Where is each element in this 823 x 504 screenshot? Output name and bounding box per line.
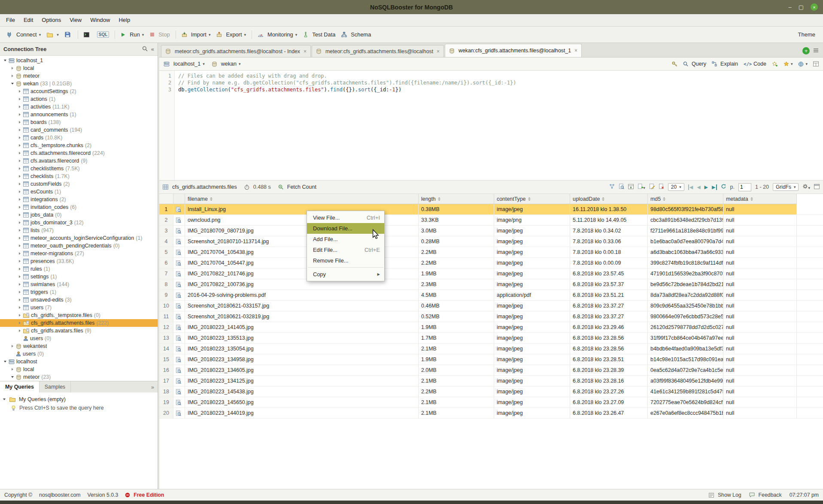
table-row[interactable]: 15IMG_20180223_134958.jpg1.9MBimage/jpeg…: [159, 354, 823, 365]
site-link[interactable]: nosqlbooster.com: [39, 492, 80, 498]
column-header-metadata[interactable]: metadata: [723, 194, 797, 204]
delete-document-button[interactable]: [659, 184, 664, 190]
page-number-input[interactable]: [738, 183, 751, 191]
search-icon[interactable]: [142, 46, 148, 53]
maximize-button[interactable]: ▢: [799, 4, 804, 10]
expand-arrow[interactable]: [17, 135, 22, 140]
expand-arrow[interactable]: [10, 66, 15, 71]
menu-help[interactable]: Help: [114, 14, 134, 26]
table-row[interactable]: 18IMG_20180223_145438.jpg2.2MBimage/jpeg…: [159, 386, 823, 397]
menu-item-download-file[interactable]: Download File...: [307, 223, 384, 234]
tree-item[interactable]: local: [0, 365, 158, 373]
expand-arrow[interactable]: [17, 328, 22, 333]
expand-arrow[interactable]: [17, 274, 22, 279]
shell-button[interactable]: [81, 30, 94, 39]
test-data-button[interactable]: Test Data: [300, 30, 338, 39]
next-page-button[interactable]: ▶: [705, 184, 708, 190]
expand-arrow[interactable]: [10, 81, 15, 86]
expand-arrow[interactable]: [17, 205, 22, 210]
tree-item[interactable]: cfs.avatars.filerecord(9): [0, 157, 158, 165]
tree-item[interactable]: meteor: [0, 72, 158, 80]
save-button[interactable]: [62, 30, 75, 39]
expand-arrow[interactable]: [17, 212, 22, 217]
first-page-button[interactable]: ◀: [688, 184, 693, 190]
tree-item[interactable]: meteor-migrations(27): [0, 250, 158, 257]
menu-item-copy[interactable]: Copy▶: [307, 269, 384, 280]
menu-item-add-file[interactable]: Add File...: [307, 234, 384, 244]
table-row[interactable]: 4Screenshot_20180710-113714.jpg0.28MBima…: [159, 236, 823, 247]
expand-arrow[interactable]: [17, 120, 22, 125]
menu-item-view-file[interactable]: View File...Ctrl+I: [307, 212, 384, 223]
column-header-filename[interactable]: filename: [185, 194, 419, 204]
fetch-count-button[interactable]: Fetch Count: [278, 184, 316, 190]
tree-item[interactable]: local: [0, 64, 158, 72]
tree-item[interactable]: unsaved-edits(3): [0, 296, 158, 304]
tree-item[interactable]: rules(1): [0, 265, 158, 273]
expand-arrow[interactable]: [17, 112, 22, 117]
expand-arrow[interactable]: [17, 313, 22, 318]
close-button[interactable]: ×: [811, 3, 818, 11]
tree-item[interactable]: meteor_oauth_pendingCredentials(0): [0, 242, 158, 250]
menu-file[interactable]: File: [2, 14, 19, 26]
add-tab-button[interactable]: +: [802, 47, 810, 54]
editor-tab[interactable]: wekan:cfs_gridfs.attachments.files@local…: [445, 44, 582, 57]
add-document-button[interactable]: ▾: [638, 184, 645, 190]
collapse-sidebar-icon[interactable]: «: [151, 46, 154, 52]
expand-arrow[interactable]: [17, 290, 22, 295]
tree-item[interactable]: jobs_dominator_3(12): [0, 219, 158, 226]
expand-arrow[interactable]: [17, 197, 22, 202]
expand-arrow[interactable]: [17, 189, 22, 194]
connect-button[interactable]: Connect ▾: [3, 30, 44, 39]
tree-item[interactable]: users(0): [0, 350, 158, 358]
theme-button[interactable]: Theme: [798, 31, 820, 38]
tree-item[interactable]: wekan(33 | 0.21GB): [0, 80, 158, 88]
expand-arrow[interactable]: [17, 151, 22, 156]
table-row[interactable]: 2owncloud.png33.3KBimage/png5.11.2018 kl…: [159, 215, 823, 226]
tree-item[interactable]: cfs.attachments.filerecord(224): [0, 149, 158, 157]
table-row[interactable]: 13IMG_20180223_135513.jpg1.7MBimage/jpeg…: [159, 333, 823, 344]
column-header-contenttype[interactable]: contentType: [494, 194, 570, 204]
tab-list-icon[interactable]: [813, 48, 819, 54]
editor-tab[interactable]: meteor:cfs_gridfs.attachments.files@loca…: [161, 45, 311, 57]
last-page-button[interactable]: ▶: [712, 184, 717, 190]
expand-arrow[interactable]: [10, 367, 15, 372]
tab-samples[interactable]: Samples: [39, 381, 71, 392]
expand-arrow[interactable]: [17, 282, 22, 287]
expand-arrow[interactable]: [10, 374, 15, 380]
feedback-button[interactable]: Feedback: [749, 492, 782, 498]
show-log-button[interactable]: Show Log: [709, 492, 741, 498]
expand-arrow[interactable]: [17, 97, 22, 102]
menu-options[interactable]: Options: [37, 14, 65, 26]
tree-item[interactable]: settings(1): [0, 273, 158, 281]
table-row[interactable]: 7IMG_20170822_101746.jpg1.9MBimage/jpeg6…: [159, 269, 823, 279]
layout-icon[interactable]: [813, 61, 819, 66]
monitoring-button[interactable]: Monitoring ▾: [255, 30, 300, 39]
my-queries-root[interactable]: My Queries (empty): [2, 395, 156, 404]
expand-arrow[interactable]: [17, 235, 22, 241]
expand-arrow[interactable]: [17, 158, 22, 163]
chevron-right-icon[interactable]: »: [148, 381, 158, 392]
tree-item[interactable]: users(7): [0, 304, 158, 311]
tree-item[interactable]: wekantest: [0, 342, 158, 350]
query-button[interactable]: Query: [683, 61, 706, 67]
expand-arrow[interactable]: [17, 174, 22, 179]
table-row[interactable]: 11Screenshot_20180621-032819.jpg0.52MBim…: [159, 311, 823, 322]
export-result-icon[interactable]: [628, 184, 634, 190]
tree-item[interactable]: cfs._tempstore.chunks(2): [0, 142, 158, 149]
table-row[interactable]: 12IMG_20180223_141405.jpg1.9MBimage/jpeg…: [159, 322, 823, 333]
expand-arrow[interactable]: [17, 143, 22, 148]
view-document-icon[interactable]: [619, 184, 624, 190]
tree-item[interactable]: lists(947): [0, 226, 158, 234]
column-header-md5[interactable]: md5: [648, 194, 723, 204]
expand-arrow[interactable]: [17, 305, 22, 310]
tree-item[interactable]: cfs_gridfs._tempstore.files(0): [0, 311, 158, 319]
result-settings-icon[interactable]: ▾: [802, 184, 810, 190]
expand-arrow[interactable]: [17, 228, 22, 233]
menu-view[interactable]: View: [65, 14, 86, 26]
tree-item[interactable]: card_comments(194): [0, 126, 158, 134]
tree-item[interactable]: cfs_gridfs.attachments.files(222): [0, 319, 158, 327]
edit-document-button[interactable]: [649, 184, 655, 190]
table-row[interactable]: 5IMG_20170704_105438.jpg2.2MBimage/jpeg7…: [159, 247, 823, 258]
close-tab-icon[interactable]: ×: [437, 48, 440, 54]
table-row[interactable]: 20IMG_20180223_144019.jpg2.1MBimage/jpeg…: [159, 408, 823, 419]
